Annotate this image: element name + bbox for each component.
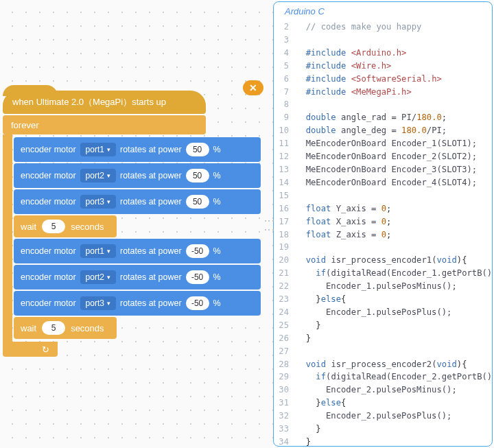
- encoder-block-5[interactable]: encoder motor port2▾ rotates at power -5…: [14, 265, 261, 290]
- code-line[interactable]: 12 MeEncoderOnBoard Encoder_2(SLOT2);: [274, 150, 492, 163]
- code-line[interactable]: 3: [274, 34, 492, 47]
- code-line[interactable]: 25 }: [274, 319, 492, 332]
- line-number: 23: [274, 293, 296, 306]
- line-number: 30: [274, 384, 296, 397]
- code-line[interactable]: 23 }else{: [274, 293, 492, 306]
- line-number: 20: [274, 254, 296, 267]
- code-line[interactable]: 19: [274, 241, 492, 254]
- wait-block-2[interactable]: wait 5 seconds: [14, 317, 117, 339]
- wait-input[interactable]: 5: [42, 220, 65, 233]
- code-text: }else{: [296, 293, 346, 306]
- pct-label: %: [213, 171, 221, 180]
- line-number: 12: [274, 150, 296, 163]
- power-input[interactable]: -50: [186, 296, 209, 310]
- power-input[interactable]: -50: [186, 270, 209, 284]
- wait-input[interactable]: 5: [42, 321, 65, 335]
- code-line[interactable]: 20 void isr_process_encoder1(void){: [274, 254, 492, 267]
- code-line[interactable]: 22 Encoder_1.pulsePosMinus();: [274, 280, 492, 293]
- line-number: 9: [274, 111, 296, 124]
- code-line[interactable]: 28 void isr_process_encoder2(void){: [274, 358, 492, 371]
- encoder-block-1[interactable]: encoder motor port1▾ rotates at power 50…: [14, 137, 261, 162]
- code-line[interactable]: 4 #include <Arduino.h>: [274, 47, 492, 60]
- code-line[interactable]: 30 Encoder_2.pulsePosMinus();: [274, 384, 492, 397]
- port-value: port1: [86, 145, 104, 154]
- encoder-block-2[interactable]: encoder motor port2▾ rotates at power 50…: [14, 163, 261, 188]
- code-line[interactable]: 17 float X_axis = 0;: [274, 215, 492, 228]
- encoder-block-3[interactable]: encoder motor port3▾ rotates at power 50…: [14, 189, 261, 214]
- code-line[interactable]: 7 #include <MeMegaPi.h>: [274, 86, 492, 99]
- code-line[interactable]: 18 float Z_axis = 0;: [274, 228, 492, 241]
- code-line[interactable]: 27: [274, 345, 492, 358]
- line-number: 24: [274, 306, 296, 319]
- code-line[interactable]: 21 if(digitalRead(Encoder_1.getPortB()): [274, 267, 492, 280]
- forever-body: encoder motor port1▾ rotates at power 50…: [3, 134, 261, 342]
- line-number: 14: [274, 176, 296, 189]
- code-line[interactable]: 29 if(digitalRead(Encoder_2.getPortB()): [274, 370, 492, 384]
- line-number: 15: [274, 189, 296, 202]
- wait-block-1[interactable]: wait 5 seconds: [14, 215, 117, 237]
- code-line[interactable]: 31 }else{: [274, 397, 492, 410]
- line-number: 8: [274, 98, 296, 111]
- code-line[interactable]: 16 float Y_axis = 0;: [274, 202, 492, 215]
- port-dropdown[interactable]: port2▾: [80, 169, 116, 182]
- port-dropdown[interactable]: port3▾: [80, 296, 116, 310]
- caret-icon: ▾: [107, 172, 110, 179]
- code-line[interactable]: 9 double angle_rad = PI/180.0;: [274, 111, 492, 124]
- code-line[interactable]: 13 MeEncoderOnBoard Encoder_3(SLOT3);: [274, 163, 492, 176]
- code-line[interactable]: 6 #include <SoftwareSerial.h>: [274, 73, 492, 86]
- code-text: MeEncoderOnBoard Encoder_3(SLOT3);: [296, 163, 477, 176]
- pct-label: %: [213, 298, 221, 308]
- line-number: 28: [274, 358, 296, 371]
- code-line[interactable]: 26 }: [274, 332, 492, 345]
- line-number: 5: [274, 60, 296, 73]
- rotates-label: rotates at power: [120, 145, 182, 154]
- rotates-label: rotates at power: [120, 298, 182, 308]
- code-line[interactable]: 2 // codes make you happy: [274, 21, 492, 34]
- code-line[interactable]: 11 MeEncoderOnBoard Encoder_1(SLOT1);: [274, 137, 492, 150]
- code-line[interactable]: 8: [274, 98, 492, 111]
- hat-block[interactable]: when Ultimate 2.0（MegaPi）starts up: [3, 91, 206, 114]
- port-dropdown[interactable]: port2▾: [80, 270, 116, 284]
- pct-label: %: [213, 246, 221, 256]
- code-text: }else{: [296, 397, 346, 410]
- code-line[interactable]: 24 Encoder_1.pulsePosPlus();: [274, 306, 492, 319]
- forever-block[interactable]: forever: [3, 115, 206, 134]
- encoder-block-4[interactable]: encoder motor port1▾ rotates at power -5…: [14, 239, 261, 263]
- port-dropdown[interactable]: port3▾: [80, 195, 116, 209]
- code-line[interactable]: 32 Encoder_2.pulsePosPlus();: [274, 410, 492, 423]
- code-text: MeEncoderOnBoard Encoder_1(SLOT1);: [296, 137, 477, 150]
- line-number: 3: [274, 34, 296, 47]
- rotates-label: rotates at power: [120, 246, 182, 256]
- power-input[interactable]: 50: [186, 195, 209, 209]
- encoder-block-6[interactable]: encoder motor port3▾ rotates at power -5…: [14, 291, 261, 316]
- pane-resize-handle[interactable]: ⋮⋮: [263, 215, 276, 233]
- block-stack[interactable]: when Ultimate 2.0（MegaPi）starts up forev…: [3, 91, 261, 357]
- code-text: }: [296, 423, 321, 436]
- line-number: 34: [274, 436, 296, 446]
- code-panel: Arduino C 2 // codes make you happy34 #i…: [273, 1, 493, 447]
- forever-end[interactable]: ↻: [3, 342, 58, 357]
- seconds-label: seconds: [71, 323, 104, 333]
- code-line[interactable]: 33 }: [274, 423, 492, 436]
- line-number: 13: [274, 163, 296, 176]
- caret-icon: ▾: [107, 198, 110, 205]
- line-number: 16: [274, 202, 296, 215]
- code-line[interactable]: 34 }: [274, 436, 492, 446]
- code-line[interactable]: 14 MeEncoderOnBoard Encoder_4(SLOT4);: [274, 176, 492, 189]
- code-text: #include <MeMegaPi.h>: [296, 86, 412, 99]
- port-value: port3: [86, 197, 104, 207]
- language-tab[interactable]: Arduino C: [274, 2, 492, 21]
- line-number: 2: [274, 21, 296, 34]
- code-line[interactable]: 10 double angle_deg = 180.0/PI;: [274, 124, 492, 137]
- code-text: }: [296, 319, 321, 332]
- port-dropdown[interactable]: port1▾: [80, 143, 116, 156]
- code-line[interactable]: 5 #include <Wire.h>: [274, 60, 492, 73]
- line-number: 22: [274, 280, 296, 293]
- port-dropdown[interactable]: port1▾: [80, 244, 116, 258]
- power-input[interactable]: 50: [186, 169, 209, 182]
- blocks-canvas[interactable]: ✕ when Ultimate 2.0（MegaPi）starts up for…: [0, 0, 273, 448]
- code-editor[interactable]: 2 // codes make you happy34 #include <Ar…: [274, 21, 492, 446]
- code-line[interactable]: 15: [274, 189, 492, 202]
- power-input[interactable]: 50: [186, 143, 209, 156]
- power-input[interactable]: -50: [186, 244, 209, 258]
